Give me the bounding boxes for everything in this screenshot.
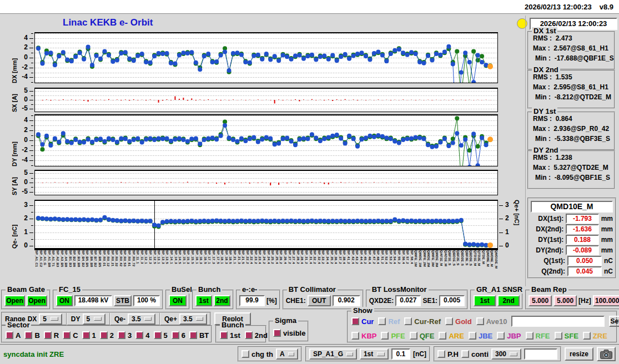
- sector-checkbox-bt[interactable]: BT: [189, 331, 209, 340]
- range-dy-select[interactable]: 5: [83, 314, 105, 325]
- checkbox-label: Cur: [361, 317, 374, 326]
- bpm-name-label: QBF2E_S: [456, 250, 460, 285]
- show-checkbox-are[interactable]: ARE: [439, 332, 464, 340]
- separator: [66, 313, 67, 325]
- show-checkbox-qfe[interactable]: QFE: [410, 332, 435, 340]
- bpm-name-label: SP_54_4: [392, 250, 396, 285]
- qxd2e-value: 0.027: [395, 295, 421, 306]
- sector-checkbox-5[interactable]: 5: [154, 331, 168, 340]
- sector-checkbox-b[interactable]: B: [24, 331, 39, 340]
- bpm-name-label: SP_22_4: [249, 250, 253, 285]
- sector-checkbox-4[interactable]: 4: [135, 331, 149, 340]
- axis-tick: [31, 205, 33, 206]
- range-qe-plus-select[interactable]: 3.5: [179, 314, 207, 325]
- bpm-name-label: QBF1E_S: [447, 250, 451, 285]
- conti-checkbox[interactable]: conti: [461, 350, 489, 358]
- gr-a1-1st-button[interactable]: 1st: [474, 295, 496, 306]
- bunch-1st-button[interactable]: 1st: [195, 295, 212, 306]
- resize-button[interactable]: resize: [565, 347, 593, 361]
- axis-tick: [31, 145, 33, 146]
- checkbox-indicator: [437, 350, 445, 358]
- charge-threshold-input[interactable]: [391, 348, 410, 360]
- gr-a1-2nd-button[interactable]: 2nd: [497, 295, 520, 306]
- bunch-select-group: Bunch 1st2nd: [215, 325, 266, 343]
- range-dx-select[interactable]: 5: [39, 314, 62, 325]
- control-row-1: Beam Gate Open Open FC_15 ON 18.498 kV S…: [1, 290, 619, 310]
- se1-value: 0.005: [439, 295, 465, 306]
- points-select[interactable]: 300: [491, 348, 521, 360]
- fc15-stb-button[interactable]: STB: [114, 295, 132, 306]
- show-checkbox-cur[interactable]: Cur: [351, 317, 374, 326]
- bpm-name-label: SP_56_4: [401, 250, 405, 285]
- y-tick-label: 3: [14, 201, 28, 209]
- bpm-name-label: SP_R0_42: [119, 250, 123, 285]
- bpm-name-label: QWFE_1M: [414, 250, 417, 285]
- bpm-name-label: QTDE_M: [481, 250, 485, 285]
- checkbox-indicator: [220, 331, 228, 339]
- bpm-name-label: SP_35_2: [330, 250, 334, 285]
- axis-tick: [31, 165, 33, 166]
- sector-checkbox-a[interactable]: A: [6, 331, 21, 340]
- sigma-visible-checkbox[interactable]: visible: [273, 329, 305, 337]
- axis-tick: [31, 58, 33, 58]
- charge-unit-label: [nC]: [413, 350, 426, 358]
- show-checkbox-ref[interactable]: Ref: [378, 317, 400, 326]
- show-checkbox-pfe[interactable]: PFE: [381, 332, 405, 340]
- bunch-order-select[interactable]: 1st: [360, 348, 389, 360]
- screenshot-button[interactable]: [597, 347, 616, 361]
- ph-checkbox[interactable]: P.H: [437, 350, 459, 358]
- monitor-row-value: 0.188: [566, 235, 598, 245]
- max-value: 2.595@S8_61_H1: [553, 83, 608, 91]
- chg-th-checkbox[interactable]: chg th: [241, 350, 273, 358]
- y-tick-label: 1: [14, 228, 28, 236]
- checkbox-label: SFE: [565, 332, 578, 340]
- bpm-name-label: SP_58_4: [410, 250, 414, 285]
- titlebar-version: v8.9: [600, 3, 613, 11]
- sector-checkbox-2[interactable]: 2: [100, 331, 114, 340]
- range-dy-label: DY: [71, 315, 80, 323]
- show-checkbox-sfe[interactable]: SFE: [555, 332, 578, 340]
- sigma-visible-label: visible: [283, 329, 305, 337]
- bunch-checkbox-2nd[interactable]: 2nd: [245, 331, 268, 340]
- range-qe-minus-select[interactable]: 3.5: [128, 314, 155, 325]
- che1-out-button[interactable]: OUT: [308, 295, 331, 306]
- sigma-label: Sigma: [273, 317, 298, 325]
- checkbox-indicator: [245, 331, 253, 339]
- show-checkbox-jbp[interactable]: JBP: [497, 332, 521, 340]
- show-checkbox-zre[interactable]: ZRE: [583, 332, 607, 340]
- show-checkbox-cur-ref[interactable]: Cur-Ref: [404, 317, 441, 326]
- show-checkbox-ave10[interactable]: Ave10: [476, 317, 507, 326]
- extra-input[interactable]: [524, 348, 557, 360]
- fc15-percent-value: 100 %: [133, 295, 160, 306]
- show-checkbox-jbe[interactable]: JBE: [469, 332, 492, 340]
- axis-tick: [31, 104, 33, 105]
- checkbox-label: 2: [110, 331, 114, 340]
- beam-gate-open-2-button[interactable]: Open: [27, 295, 47, 306]
- axis-tick: [31, 48, 33, 48]
- bpm-name-label: SP_B2_B6: [72, 250, 76, 285]
- bpm-name-label: SP_21_5: [241, 250, 245, 285]
- show-checkbox-gold[interactable]: Gold: [445, 317, 472, 326]
- fc15-on-button[interactable]: ON: [56, 295, 73, 306]
- q-plot-canvas: [34, 200, 498, 249]
- bpm-name-label: SP_11_3: [140, 250, 144, 285]
- show-checkbox-kbp[interactable]: KBP: [351, 332, 376, 340]
- monitor-row-value: 0.045: [567, 266, 602, 276]
- bunch-2nd-button[interactable]: 2nd: [214, 295, 230, 306]
- bunch-checkbox-1st[interactable]: 1st: [220, 331, 240, 340]
- threshold-select[interactable]: A: [276, 348, 298, 360]
- sector-checkbox-1[interactable]: 1: [82, 331, 96, 340]
- ref-name-input[interactable]: [511, 316, 605, 327]
- sector-checkbox-c[interactable]: C: [63, 331, 78, 340]
- bunch-select-label: Bunch: [220, 321, 245, 329]
- beam-rep-duty-value: 100.000: [593, 295, 619, 306]
- beam-gate-open-1-button[interactable]: Open: [4, 295, 25, 306]
- sector-checkbox-r[interactable]: R: [44, 331, 59, 340]
- busel-on-button[interactable]: ON: [169, 295, 187, 306]
- sector-checkbox-6[interactable]: 6: [172, 331, 185, 340]
- set-ref-button[interactable]: Set Ref: [609, 316, 619, 327]
- bpm-name-label: SP_41_2: [346, 250, 350, 285]
- bpm-select[interactable]: SP_A1_G: [309, 348, 357, 360]
- show-checkbox-rfe[interactable]: RFE: [526, 332, 550, 340]
- sector-checkbox-3[interactable]: 3: [118, 331, 132, 340]
